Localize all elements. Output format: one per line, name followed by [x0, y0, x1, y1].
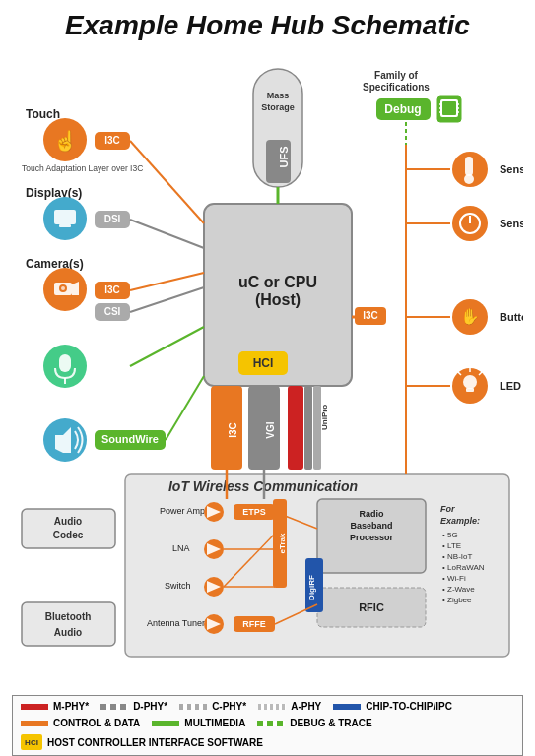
svg-text:UniPro: UniPro [320, 405, 329, 430]
svg-text:Processor: Processor [350, 533, 394, 542]
svg-rect-79 [59, 354, 71, 372]
svg-text:• Zigbee: • Zigbee [442, 596, 472, 604]
svg-text:• LoRaWAN: • LoRaWAN [442, 563, 485, 572]
svg-rect-91 [288, 386, 303, 470]
svg-text:RFFE: RFFE [242, 619, 266, 629]
svg-text:HCI: HCI [253, 356, 274, 370]
svg-text:For: For [440, 504, 455, 514]
svg-point-70 [61, 286, 65, 290]
svg-text:Radio: Radio [359, 509, 384, 519]
svg-text:Specifications: Specifications [363, 82, 430, 93]
legend-cphy: C-PHY* [179, 701, 246, 712]
svg-text:• LTE: • LTE [442, 541, 461, 550]
legend-debug: DEBUG & TRACE [257, 718, 371, 728]
svg-text:LNA: LNA [172, 543, 190, 553]
svg-text:LED: LED [500, 380, 521, 392]
svg-text:Bluetooth: Bluetooth [45, 611, 92, 622]
touch-label: Touch [26, 107, 60, 121]
svg-rect-95 [22, 509, 115, 548]
svg-text:CSI: CSI [104, 306, 121, 317]
svg-text:Sensor: Sensor [500, 163, 523, 175]
svg-text:Sensor: Sensor [500, 218, 523, 229]
svg-rect-33 [465, 157, 473, 176]
hci-label: HOST CONTROLLER INTERFACE SOFTWARE [47, 737, 263, 748]
svg-text:• Wi-Fi: • Wi-Fi [442, 574, 466, 583]
multimedia-line [152, 721, 179, 726]
svg-text:Display(s): Display(s) [26, 186, 82, 200]
svg-rect-98 [22, 602, 115, 646]
svg-text:I3C: I3C [104, 284, 120, 295]
svg-text:RFIC: RFIC [359, 601, 384, 613]
svg-text:uC or CPU: uC or CPU [238, 274, 317, 290]
legend-chip: CHIP-TO-CHIP/IPC [333, 701, 452, 712]
control-label: CONTROL & DATA [53, 718, 140, 728]
aphy-line [258, 704, 286, 710]
mphy-label: M-PHY* [53, 701, 89, 712]
svg-text:I3C: I3C [228, 422, 238, 438]
svg-text:Mass: Mass [267, 91, 290, 100]
svg-point-34 [464, 174, 474, 184]
svg-text:Switch: Switch [165, 581, 191, 591]
aphy-label: A-PHY [291, 701, 321, 712]
svg-rect-19 [442, 101, 456, 115]
svg-text:Audio: Audio [54, 516, 82, 527]
svg-rect-61 [54, 210, 76, 224]
svg-text:• Z-Wave: • Z-Wave [442, 585, 475, 594]
schematic-diagram: IoT Wireless Communication uC or CPU (Ho… [12, 51, 523, 691]
chip-line [333, 704, 361, 710]
svg-text:eTrak: eTrak [278, 533, 287, 553]
debug-label: DEBUG & TRACE [290, 718, 371, 728]
svg-text:DSI: DSI [104, 214, 121, 224]
svg-text:Baseband: Baseband [350, 521, 392, 531]
cphy-line [179, 704, 207, 710]
svg-text:I3C: I3C [363, 310, 378, 321]
multimedia-label: MULTIMEDIA [184, 718, 245, 728]
legend: M-PHY* D-PHY* C-PHY* A-PHY CHIP-TO-CHIP/… [12, 695, 523, 756]
legend-control: CONTROL & DATA [21, 718, 140, 728]
svg-text:Button: Button [500, 311, 523, 323]
svg-text:ETPS: ETPS [242, 507, 266, 517]
chip-label: CHIP-TO-CHIP/IPC [366, 701, 452, 712]
svg-text:Camera(s): Camera(s) [26, 257, 84, 271]
svg-text:Debug: Debug [384, 102, 421, 116]
svg-text:Audio: Audio [54, 627, 82, 638]
svg-rect-48 [466, 388, 474, 392]
debug-line [257, 721, 285, 726]
svg-text:UFS: UFS [278, 147, 290, 168]
dphy-label: D-PHY* [133, 701, 167, 712]
page-title: Example Home Hub Schematic [12, 10, 523, 41]
svg-text:☝: ☝ [53, 129, 78, 153]
svg-text:SoundWire: SoundWire [101, 433, 159, 445]
svg-text:(Host): (Host) [255, 291, 301, 308]
legend-dphy: D-PHY* [100, 701, 167, 712]
svg-text:Antenna Tuner: Antenna Tuner [147, 618, 205, 628]
svg-text:Example:: Example: [440, 516, 480, 526]
svg-text:Power Amp: Power Amp [160, 506, 205, 516]
svg-text:I3C: I3C [104, 135, 120, 146]
svg-point-47 [463, 375, 477, 389]
legend-mphy: M-PHY* [21, 701, 89, 712]
svg-text:• 5G: • 5G [442, 531, 458, 539]
legend-aphy: A-PHY [258, 701, 321, 712]
svg-rect-62 [59, 224, 71, 227]
svg-text:Family of: Family of [374, 70, 419, 81]
svg-rect-92 [304, 386, 312, 470]
mphy-line [21, 704, 48, 710]
legend-multimedia: MULTIMEDIA [152, 718, 245, 728]
svg-text:• NB-IoT: • NB-IoT [442, 552, 472, 561]
page: Example Home Hub Schematic IoT Wireless … [0, 0, 535, 756]
svg-text:✋: ✋ [460, 307, 480, 326]
legend-hci: HCI HOST CONTROLLER INTERFACE SOFTWARE [21, 734, 263, 750]
svg-text:Codec: Codec [53, 530, 84, 540]
svg-text:Touch Adaptation Layer over I3: Touch Adaptation Layer over I3C [22, 163, 143, 173]
svg-text:VGI: VGI [265, 421, 276, 438]
dphy-line [100, 704, 128, 710]
svg-text:DigiRF: DigiRF [307, 575, 316, 600]
cphy-label: C-PHY* [212, 701, 246, 712]
control-line [21, 721, 48, 726]
svg-text:Storage: Storage [261, 102, 295, 112]
hci-badge: HCI [21, 734, 42, 750]
